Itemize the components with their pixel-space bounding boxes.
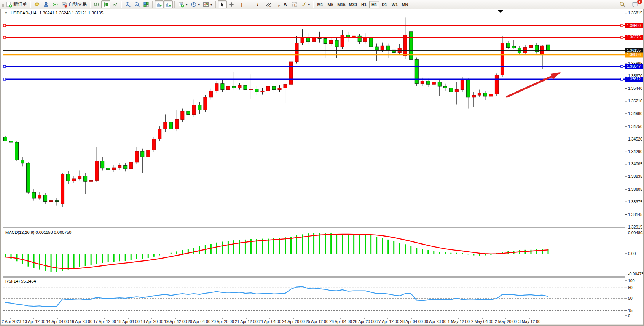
- toolbar-separator: [121, 1, 122, 8]
- rsi-indicator-label: RSI(14) 55.3464: [5, 279, 36, 283]
- text-button[interactable]: A: [282, 0, 290, 8]
- timeframe-button-M1[interactable]: M1: [315, 1, 325, 8]
- svg-text:1.33835: 1.33835: [628, 174, 642, 179]
- svg-text:2 May 20:00: 2 May 20:00: [495, 319, 517, 324]
- indicators-icon: [203, 2, 209, 8]
- svg-text:1.35847: 1.35847: [627, 64, 641, 69]
- line-chart-icon: [112, 2, 118, 8]
- svg-text:13 Apr 12:00: 13 Apr 12:00: [22, 319, 45, 324]
- svg-text:1.34750: 1.34750: [628, 124, 642, 129]
- mt4-application: 新订单 自动交易: [0, 0, 644, 326]
- svg-text:3 May 12:00: 3 May 12:00: [518, 319, 540, 324]
- trendline-button[interactable]: /: [256, 0, 264, 8]
- indicators-button[interactable]: ▾: [201, 0, 214, 8]
- toolbar-separator: [174, 1, 175, 8]
- channel-button[interactable]: E: [264, 0, 273, 8]
- svg-text:-0.004758: -0.004758: [628, 272, 643, 276]
- chart-collapse-icon[interactable]: ▼: [5, 11, 8, 15]
- blue-person-icon: [43, 2, 49, 8]
- cursor-button[interactable]: [218, 0, 227, 8]
- zoom-in-icon: [125, 2, 131, 8]
- timeframe-group: M1M5M15M30H1H4D1W1MN: [315, 1, 410, 8]
- chart-shift-button[interactable]: [164, 0, 173, 8]
- chart-window: 1.368151.365851.363551.361251.358951.356…: [0, 9, 644, 326]
- svg-text:24 Apr 04:00: 24 Apr 04:00: [258, 319, 281, 324]
- chart-symbol-period: USDCAD-,H4: [11, 11, 36, 15]
- new-chart-icon: [178, 2, 184, 8]
- horizontal-line-icon: —: [249, 2, 254, 7]
- horizontal-line-button[interactable]: —: [248, 0, 256, 8]
- svg-text:16 Apr 23:00: 16 Apr 23:00: [70, 319, 92, 324]
- line-chart-button[interactable]: [110, 0, 120, 8]
- svg-text:100: 100: [628, 278, 635, 283]
- svg-text:25 Apr 12:00: 25 Apr 12:00: [306, 319, 328, 324]
- svg-text:1.33605: 1.33605: [628, 187, 642, 192]
- zoom-in-button[interactable]: [123, 0, 132, 8]
- periods-button[interactable]: ▾: [189, 0, 202, 8]
- text-label-button[interactable]: T: [290, 0, 299, 8]
- search-icon: [619, 1, 626, 8]
- search-button[interactable]: [618, 0, 627, 8]
- svg-text:T: T: [293, 3, 296, 6]
- strategy-tester-button[interactable]: [41, 0, 51, 8]
- svg-text:1.34065: 1.34065: [628, 161, 642, 166]
- svg-text:26 Apr 20:00: 26 Apr 20:00: [353, 319, 376, 324]
- svg-text:1.32915: 1.32915: [628, 225, 642, 229]
- bar-chart-button[interactable]: [92, 0, 101, 8]
- fibonacci-icon: F: [274, 2, 281, 8]
- svg-text:F: F: [278, 5, 280, 8]
- svg-text:1.34980: 1.34980: [628, 111, 642, 116]
- signals-button[interactable]: [51, 0, 60, 8]
- svg-text:20 Apr 20:00: 20 Apr 20:00: [211, 319, 234, 324]
- svg-text:1 May 12:00: 1 May 12:00: [448, 319, 470, 324]
- zoom-out-icon: [134, 2, 140, 8]
- timeframe-button-M15[interactable]: M15: [336, 1, 347, 8]
- svg-text:14 Apr 04:00: 14 Apr 04:00: [46, 319, 69, 324]
- zoom-out-button[interactable]: [132, 0, 142, 8]
- svg-text:15: 15: [628, 308, 633, 313]
- auto-trading-button[interactable]: 自动交易: [60, 0, 88, 8]
- vertical-line-button[interactable]: |: [240, 0, 248, 8]
- svg-text:E: E: [269, 5, 271, 7]
- candlestick-chart-button[interactable]: [101, 0, 110, 8]
- timeframe-button-D1[interactable]: D1: [379, 1, 389, 8]
- svg-text:80: 80: [628, 285, 633, 290]
- chevron-down-icon: ▾: [186, 3, 188, 6]
- fibonacci-button[interactable]: F: [273, 0, 282, 8]
- new-order-button[interactable]: 新订单: [5, 0, 29, 8]
- auto-scroll-button[interactable]: [155, 0, 164, 8]
- toolbar-separator: [90, 1, 91, 8]
- candlestick-icon: [103, 2, 109, 8]
- svg-text:26 Apr 04:00: 26 Apr 04:00: [329, 319, 352, 324]
- market-watch-button[interactable]: [32, 0, 41, 8]
- signal-icon: [52, 2, 58, 8]
- svg-text:27 Apr 12:00: 27 Apr 12:00: [376, 319, 399, 324]
- timeframe-button-W1[interactable]: W1: [390, 1, 400, 8]
- toolbar-separator: [238, 1, 238, 8]
- chart-canvas[interactable]: 1.368151.365851.363551.361251.358951.356…: [1, 9, 643, 325]
- crosshair-icon: [228, 2, 234, 8]
- svg-text:0: 0: [628, 313, 630, 318]
- timeframe-button-MN[interactable]: MN: [400, 1, 410, 8]
- chevron-down-icon: ▾: [198, 3, 200, 6]
- tile-windows-icon: [143, 2, 149, 8]
- svg-text:1.35210: 1.35210: [628, 99, 642, 103]
- tile-windows-button[interactable]: [142, 0, 151, 8]
- clock-icon: [191, 2, 197, 8]
- trendline-icon: /: [257, 2, 259, 7]
- svg-text:19 Apr 12:00: 19 Apr 12:00: [164, 319, 187, 324]
- auto-scroll-icon: [156, 2, 162, 8]
- svg-text:1.35440: 1.35440: [628, 86, 642, 91]
- timeframe-button-M30[interactable]: M30: [348, 1, 359, 8]
- crosshair-button[interactable]: [227, 0, 236, 8]
- chart-title-bar: ▼ USDCAD-,H4 1.36241 1.36248 1.36121 1.3…: [5, 11, 103, 15]
- timeframe-button-H4[interactable]: H4: [369, 1, 379, 8]
- new-chart-button[interactable]: ▾: [177, 0, 189, 8]
- svg-text:1.36056: 1.36056: [627, 53, 641, 57]
- timeframe-button-H1[interactable]: H1: [359, 1, 369, 8]
- svg-text:1.36590: 1.36590: [627, 24, 641, 28]
- timeframe-button-M5[interactable]: M5: [325, 1, 335, 8]
- arrows-button[interactable]: ▾: [299, 0, 312, 8]
- new-order-label: 新订单: [13, 1, 27, 8]
- notifications-button[interactable]: 1: [630, 0, 640, 8]
